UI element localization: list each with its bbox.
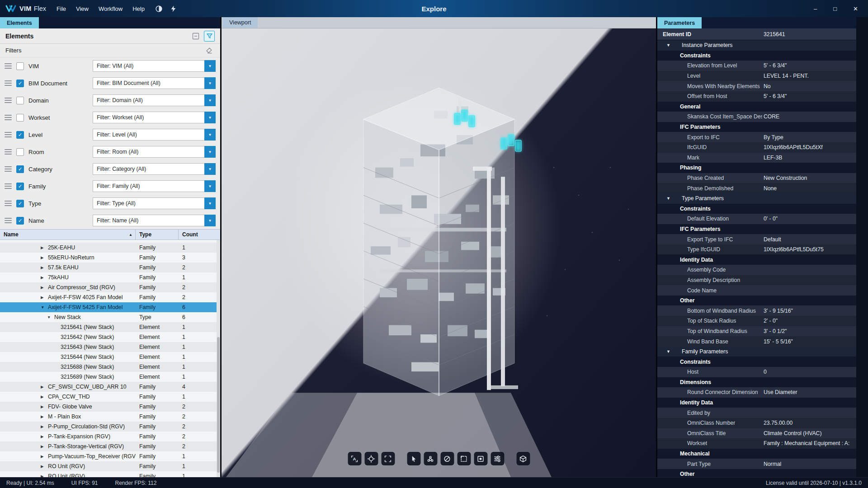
filter-dropdown-family[interactable]: Filter: Family (All) ▼ — [93, 180, 216, 192]
param-group-family-parameters[interactable]: ▼Family Parameters — [657, 347, 856, 357]
tree-expand-icon[interactable]: ▶ — [41, 265, 48, 270]
drag-handle-icon[interactable] — [5, 98, 12, 103]
drag-handle-icon[interactable] — [5, 63, 12, 69]
chevron-down-icon[interactable]: ▼ — [204, 180, 216, 192]
param-row-phase-demolished[interactable]: Phase Demolished None — [657, 183, 856, 193]
table-row-3215689-new-stack[interactable]: 3215689 (New Stack) Element 1 — [0, 372, 220, 382]
param-row-omniclass-title[interactable]: OmniClass Title Climate Control (HVAC) — [657, 428, 856, 439]
chevron-down-icon[interactable]: ▼ — [204, 60, 216, 72]
drag-handle-icon[interactable] — [5, 183, 12, 189]
param-row-ifcguid[interactable]: IfcGUID 1lXIqzl6b6APtfL5Du5tXf — [657, 142, 856, 153]
param-row-part-type[interactable]: Part Type Normal — [657, 459, 856, 469]
param-row-top-of-stack-radius[interactable]: Top of Stack Radius 2' - 0" — [657, 316, 856, 326]
table-row-3215643-new-stack[interactable]: 3215643 (New Stack) Element 1 — [0, 342, 220, 352]
fit-frame-icon[interactable] — [381, 452, 395, 465]
filter-checkbox-type[interactable]: ✓ — [16, 200, 24, 207]
param-row-export-to-ifc[interactable]: Export to IFC By Type — [657, 132, 856, 142]
filter-dropdown-room[interactable]: Filter: Room (All) ▼ — [93, 146, 216, 158]
table-row-new-stack[interactable]: ▼ New Stack Type 6 — [0, 312, 220, 322]
param-group-type-parameters[interactable]: ▼Type Parameters — [657, 193, 856, 204]
param-row-type-ifcguid[interactable]: Type IfcGUID 1lXIqzl6b6APtfL5Du5t75 — [657, 244, 856, 255]
collapse-all-icon[interactable] — [190, 31, 201, 42]
tree-expand-icon[interactable]: ▶ — [41, 394, 48, 399]
table-row-25k-eahu[interactable]: ▶ 25K-EAHU Family 1 — [0, 243, 220, 253]
table-row-air-compressor-std-rgv[interactable]: ▶ Air Compressor_Std (RGV) Family 2 — [0, 282, 220, 292]
param-row-mark[interactable]: Mark LEF-3B — [657, 153, 856, 163]
chevron-down-icon[interactable]: ▼ — [204, 94, 216, 106]
filter-checkbox-name[interactable]: ✓ — [16, 217, 24, 225]
model-cube-icon[interactable] — [516, 452, 530, 465]
tab-parameters[interactable]: Parameters — [657, 17, 702, 28]
menu-view[interactable]: View — [71, 0, 94, 17]
table-row-57-5k-eahu[interactable]: ▶ 57.5k EAHU Family 2 — [0, 263, 220, 272]
filter-funnel-icon[interactable] — [204, 31, 215, 42]
chevron-down-icon[interactable]: ▼ — [204, 77, 216, 89]
filter-dropdown-domain[interactable]: Filter: Domain (All) ▼ — [93, 94, 216, 106]
maximize-button[interactable]: □ — [833, 5, 837, 12]
param-row-elevation-from-level[interactable]: Elevation from Level 5' - 6 3/4" — [657, 61, 856, 71]
chevron-down-icon[interactable]: ▼ — [204, 146, 216, 158]
tab-viewport[interactable]: Viewport — [222, 17, 258, 28]
menu-file[interactable]: File — [52, 0, 71, 17]
table-row-3215641-new-stack[interactable]: 3215641 (New Stack) Element 1 — [0, 322, 220, 332]
orbit-nodes-icon[interactable] — [424, 452, 437, 465]
scrollbar-thumb[interactable] — [217, 337, 220, 472]
param-row-bottom-of-windband-radius[interactable]: Bottom of Windband Radius 3' - 9 15/16" — [657, 305, 856, 316]
filter-dropdown-vim[interactable]: Filter: VIM (All) ▼ — [93, 60, 216, 72]
table-row-axijet-f-fsw-4025-fan-model[interactable]: ▶ Axijet-F-FSW 4025 Fan Model Family 2 — [0, 292, 220, 302]
filter-dropdown-workset[interactable]: Filter: Workset (All) ▼ — [93, 112, 216, 123]
tree-expand-icon[interactable]: ▼ — [41, 305, 48, 310]
display-settings-icon[interactable] — [491, 452, 504, 465]
drag-handle-icon[interactable] — [5, 218, 12, 223]
filter-checkbox-workset[interactable] — [16, 114, 24, 122]
filter-checkbox-family[interactable]: ✓ — [16, 183, 24, 190]
param-row-host[interactable]: Host 0 — [657, 367, 856, 377]
tree-expand-icon[interactable]: ▶ — [41, 474, 48, 477]
param-row-wind-band-base[interactable]: Wind Band Base 15' - 5 5/16" — [657, 336, 856, 347]
table-row-75kahu[interactable]: ▶ 75kAHU Family 1 — [0, 272, 220, 282]
tree-expand-icon[interactable]: ▶ — [41, 385, 48, 389]
menu-workflow[interactable]: Workflow — [94, 0, 127, 17]
eraser-icon[interactable] — [204, 45, 215, 56]
tree-expand-icon[interactable]: ▶ — [41, 444, 48, 449]
filter-dropdown-level[interactable]: Filter: Level (All) ▼ — [93, 129, 216, 141]
chevron-down-icon[interactable]: ▼ — [204, 129, 216, 141]
tree-expand-icon[interactable]: ▶ — [41, 464, 48, 469]
lightning-icon[interactable] — [170, 5, 177, 13]
tree-expand-icon[interactable]: ▶ — [41, 414, 48, 419]
chevron-down-icon[interactable]: ▼ — [204, 112, 216, 123]
chevron-down-icon[interactable]: ▼ — [204, 163, 216, 175]
table-row-3215644-new-stack[interactable]: 3215644 (New Stack) Element 1 — [0, 352, 220, 362]
close-button[interactable]: ✕ — [853, 5, 858, 12]
table-row-m-plain-box[interactable]: ▶ M - Plain Box Family 2 — [0, 412, 220, 422]
viewport-3d-canvas[interactable]: A — [222, 28, 656, 477]
drag-handle-icon[interactable] — [5, 166, 12, 172]
tree-expand-icon[interactable]: ▶ — [41, 285, 48, 290]
menu-help[interactable]: Help — [127, 0, 150, 17]
column-header-name[interactable]: Name ▲ — [0, 230, 136, 239]
param-row-assembly-code[interactable]: Assembly Code — [657, 265, 856, 275]
drag-handle-icon[interactable] — [5, 149, 12, 155]
filter-checkbox-level[interactable]: ✓ — [16, 131, 24, 139]
elements-scrollbar[interactable] — [217, 240, 220, 477]
table-row-p-tank-storage-vertical-rgv[interactable]: ▶ P-Tank-Storage-Vertical (RGV) Family 2 — [0, 441, 220, 451]
minimize-button[interactable]: – — [814, 5, 817, 12]
filter-checkbox-room[interactable] — [16, 148, 24, 156]
drag-handle-icon[interactable] — [5, 115, 12, 120]
section-box-icon[interactable] — [457, 452, 471, 465]
tab-elements[interactable]: Elements — [0, 17, 39, 28]
filter-checkbox-category[interactable]: ✓ — [16, 165, 24, 173]
param-row-edited-by[interactable]: Edited by — [657, 408, 856, 418]
filter-dropdown-type[interactable]: Filter: Type (All) ▼ — [93, 197, 216, 209]
filter-dropdown-bim-document[interactable]: Filter: BIM Document (All) ▼ — [93, 77, 216, 89]
table-row-ro-unit-rgv[interactable]: ▶ RO Unit (RGV) Family 1 — [0, 461, 220, 471]
zoom-window-icon[interactable] — [474, 452, 487, 465]
filter-dropdown-category[interactable]: Filter: Category (All) ▼ — [93, 163, 216, 175]
param-row-level[interactable]: Level LEVEL 14 - PENT. — [657, 71, 856, 81]
chevron-down-icon[interactable]: ▼ — [204, 215, 216, 226]
param-row-export-type-to-ifc[interactable]: Export Type to IFC Default — [657, 234, 856, 244]
param-row-workset[interactable]: Workset Family : Mechanical Equipment : … — [657, 438, 856, 449]
table-row-fdv-globe-valve[interactable]: ▶ FDV- Globe Valve Family 2 — [0, 402, 220, 412]
tree-expand-icon[interactable]: ▶ — [41, 255, 48, 260]
table-row-pump-vacuum-top-receiver-rgv[interactable]: ▶ Pump-Vacuum-Top_Receiver (RGV) Family … — [0, 451, 220, 461]
